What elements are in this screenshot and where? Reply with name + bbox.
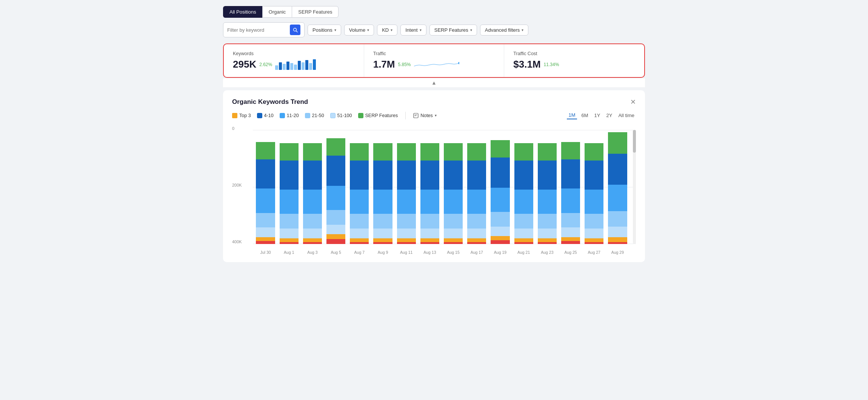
tab-serp-features[interactable]: SERP Features	[292, 6, 339, 18]
bar-segment	[420, 229, 439, 238]
bar-segment	[303, 229, 322, 238]
bar-segment	[444, 238, 463, 242]
position-tabs: All Positions Organic SERP Features	[223, 6, 645, 18]
advanced-filters-button[interactable]: Advanced filters ▾	[480, 25, 529, 36]
bar-segment	[608, 227, 627, 237]
notes-label: Notes	[420, 113, 433, 118]
y-label: 200K	[232, 183, 251, 187]
traffic-mini-chart	[414, 59, 459, 70]
search-button[interactable]	[290, 25, 300, 35]
bar-group	[419, 130, 441, 244]
bar-segment	[514, 242, 533, 244]
bar-segment	[608, 237, 627, 242]
keywords-mini-chart	[275, 59, 316, 70]
time-btn-2y[interactable]: 2Y	[605, 112, 614, 119]
collapse-row: ▲	[223, 78, 645, 87]
x-label: Aug 11	[395, 249, 417, 255]
x-label: Aug 27	[583, 249, 605, 255]
bar-segment	[514, 143, 533, 161]
bar-group	[395, 130, 417, 244]
keywords-stat: Keywords 295K 2.62%	[224, 44, 364, 77]
scrollbar-track[interactable]	[633, 130, 636, 244]
bar-segment	[326, 225, 345, 235]
search-icon	[293, 28, 298, 32]
bar-segment	[256, 237, 275, 241]
bar-segment	[420, 242, 439, 244]
bar-group	[348, 130, 371, 244]
bar-segment	[397, 242, 416, 244]
tab-all-positions[interactable]: All Positions	[223, 6, 262, 18]
bar-segment	[491, 236, 509, 240]
legend-top3[interactable]: Top 3	[232, 113, 251, 118]
bar-segment	[280, 238, 299, 242]
tab-organic[interactable]: Organic	[262, 6, 292, 18]
bar-segment	[561, 142, 580, 159]
bar-segment	[491, 227, 509, 236]
stats-card: Keywords 295K 2.62%	[223, 43, 645, 78]
bar-segment	[538, 242, 557, 244]
mini-bar	[286, 62, 289, 70]
bar-segment	[585, 190, 603, 214]
bar-segment	[350, 161, 369, 190]
x-label: Aug 15	[442, 249, 465, 255]
time-btn-6m[interactable]: 6M	[580, 112, 590, 119]
collapse-arrow-icon[interactable]: ▲	[431, 80, 437, 86]
legend-checkbox-21-50	[305, 113, 310, 118]
traffic-cost-value-row: $3.1M 11.34%	[513, 59, 635, 70]
bar-segment	[326, 239, 345, 244]
serp-features-filter-button[interactable]: SERP Features ▾	[429, 25, 477, 36]
x-label: Aug 19	[489, 249, 511, 255]
bar-group	[325, 130, 347, 244]
legend-checkbox-top3	[232, 113, 237, 118]
bar-segment	[538, 143, 557, 161]
legend-11-20[interactable]: 11-20	[280, 113, 299, 118]
bar-segment	[491, 212, 509, 227]
bar-segment	[538, 214, 557, 229]
bar-segment	[303, 143, 322, 161]
legend-label-serp: SERP Features	[365, 113, 398, 118]
time-btn-1y[interactable]: 1Y	[593, 112, 602, 119]
keywords-pct: 2.62%	[259, 62, 272, 67]
bar-segment	[280, 229, 299, 238]
notes-button[interactable]: Notes ▾	[413, 113, 437, 118]
search-input[interactable]	[227, 27, 288, 33]
bar-segment	[608, 154, 627, 185]
legend-4-10[interactable]: 4-10	[257, 113, 274, 118]
intent-filter-button[interactable]: Intent ▾	[400, 25, 426, 36]
chart-title: Organic Keywords Trend	[232, 98, 308, 106]
bar-segment	[467, 190, 486, 214]
traffic-cost-pct: 11.34%	[544, 62, 559, 67]
bar-segment	[444, 190, 463, 214]
bar-group	[254, 130, 277, 244]
bar-segment	[538, 229, 557, 238]
close-button[interactable]: ✕	[630, 98, 636, 106]
bar-segment	[397, 143, 416, 161]
legend-serp[interactable]: SERP Features	[358, 113, 398, 118]
volume-filter-button[interactable]: Volume ▾	[344, 25, 374, 36]
bar-group	[559, 130, 582, 244]
bar-segment	[280, 161, 299, 190]
bar-segment	[467, 229, 486, 238]
kd-filter-button[interactable]: KD ▾	[377, 25, 397, 36]
bar-segment	[373, 214, 392, 229]
traffic-cost-label: Traffic Cost	[513, 51, 635, 56]
bar-segment	[608, 132, 627, 154]
legend-21-50[interactable]: 21-50	[305, 113, 324, 118]
bar-segment	[585, 143, 603, 161]
y-label: 0	[232, 126, 251, 131]
positions-filter-button[interactable]: Positions ▾	[308, 25, 341, 36]
bar-segment	[444, 214, 463, 229]
bar-segment	[280, 214, 299, 229]
bar-segment	[538, 190, 557, 214]
scrollbar-thumb[interactable]	[633, 130, 636, 153]
mini-bar	[305, 60, 308, 70]
legend-51-100[interactable]: 51-100	[330, 113, 352, 118]
x-label: Aug 7	[348, 249, 371, 255]
time-btn-1m[interactable]: 1M	[567, 111, 577, 119]
filter-row: Positions ▾ Volume ▾ KD ▾ Intent ▾ SERP …	[223, 22, 645, 37]
bar-segment	[326, 210, 345, 225]
bar-group	[278, 130, 300, 244]
bar-segment	[444, 242, 463, 244]
time-btn-alltime[interactable]: All time	[617, 112, 636, 119]
bar-segment	[420, 214, 439, 229]
